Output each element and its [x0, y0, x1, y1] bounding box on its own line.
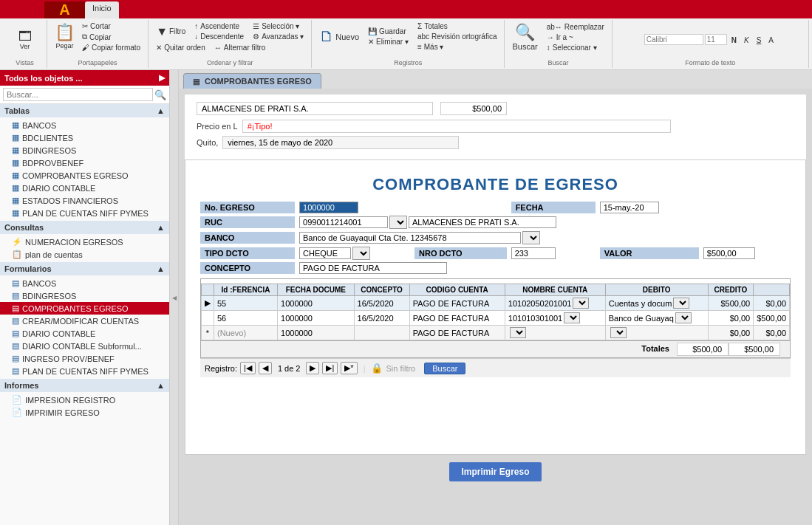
- nav-item-form-comprobantesegreso[interactable]: ▤COMPROBANTES EGRESO: [0, 302, 169, 315]
- nav-item-bdingresos[interactable]: ▦BDINGRESOS: [0, 144, 169, 157]
- tab-inicio[interactable]: Inicio: [85, 1, 119, 18]
- nombre-select-1[interactable]: [673, 298, 689, 309]
- codigo-select-2[interactable]: [564, 312, 580, 323]
- nav-next-button[interactable]: ▶: [306, 362, 319, 374]
- nav-item-form-crearmodificar[interactable]: ▤CREAR/MODIFICAR CUENTAS: [0, 315, 169, 327]
- font-name-input[interactable]: [644, 34, 703, 45]
- italic-button[interactable]: K: [741, 35, 752, 45]
- no-egreso-label: No. EGRESO: [200, 202, 295, 213]
- replace-icon: ab↔: [547, 23, 562, 31]
- group-buscar-label: Buscar: [548, 59, 569, 66]
- company-name-input[interactable]: [197, 102, 433, 115]
- group-formato-label: Formato de texto: [685, 59, 735, 66]
- nav-item-bdprovbenef[interactable]: ▦BDPROVBENEF: [0, 157, 169, 169]
- nav-item-form-ingresoprov[interactable]: ▤INGRESO PROV/BENEF: [0, 352, 169, 365]
- valor-input[interactable]: [703, 247, 755, 259]
- section-formularios-header[interactable]: Formularios ▲: [0, 262, 169, 275]
- alternfiltro-button[interactable]: ↔Alternar filtro: [211, 43, 269, 52]
- font-size-input[interactable]: [705, 34, 727, 45]
- nro-dcto-input[interactable]: [511, 247, 556, 259]
- nav-item-plancuentas[interactable]: ▦PLAN DE CUENTAS NIFF PYMES: [0, 207, 169, 219]
- nav-search-input[interactable]: [3, 88, 153, 101]
- descendente-button[interactable]: ↓Descendente: [191, 32, 247, 41]
- ver-button[interactable]: 🗔 Ver: [13, 28, 37, 52]
- nombre-select-2[interactable]: [675, 312, 692, 323]
- avanzadas-button[interactable]: ⚙Avanzadas ▾: [250, 32, 307, 41]
- nav-prev-button[interactable]: ◀: [259, 362, 272, 374]
- cell-debito: $500,00: [708, 296, 754, 311]
- nav-item-form-diariosubform[interactable]: ▤DIARIO CONTABLE Subformul...: [0, 340, 169, 352]
- nav-item-impresionregistro[interactable]: 📄IMPRESION REGISTRO: [0, 394, 169, 406]
- cortar-button[interactable]: ✂Cortar: [79, 21, 143, 31]
- copiarformato-button[interactable]: 🖌Copiar formato: [79, 43, 143, 52]
- access-logo[interactable]: A: [44, 1, 85, 18]
- eliminar-button[interactable]: ✕Eliminar ▾: [365, 37, 412, 47]
- section-informes-header[interactable]: Informes ▲: [0, 379, 169, 392]
- quitarorden-button[interactable]: ✕Quitar orden: [153, 43, 208, 52]
- nav-item-comprobantesegreso[interactable]: ▦COMPROBANTES EGRESO: [0, 169, 169, 182]
- scissors-icon: ✂: [82, 22, 88, 30]
- nav-item-form-bdingresos[interactable]: ▤BDINGRESOS: [0, 289, 169, 302]
- underline-button[interactable]: S: [754, 35, 765, 45]
- nav-resize-handle[interactable]: ◀: [170, 70, 179, 525]
- totales-button[interactable]: ΣTotales: [414, 21, 500, 31]
- pegar-button[interactable]: 📋 Pegar: [52, 21, 78, 51]
- nav-item-form-bancos[interactable]: ▤BANCOS: [0, 277, 169, 289]
- nombre-select-new[interactable]: [610, 327, 627, 338]
- tipo-dcto-input[interactable]: [299, 247, 351, 259]
- fontcolor-button[interactable]: A: [765, 35, 777, 45]
- seleccionar-button[interactable]: ↕Seleccionar ▾: [544, 43, 607, 52]
- seleccion-button[interactable]: ☰Selección ▾: [250, 21, 307, 31]
- fecha-input[interactable]: [600, 202, 659, 213]
- bold-button[interactable]: N: [729, 35, 740, 45]
- guardar-button[interactable]: 💾Guardar: [365, 27, 412, 36]
- tab-comprobantes-egreso[interactable]: ▤ COMPROBANTES EGRESO: [183, 73, 321, 89]
- nuevo-button[interactable]: 🗋 Nuevo: [316, 21, 362, 52]
- precio-input[interactable]: [242, 120, 671, 133]
- table-row[interactable]: ▶ 55 1000000 16/5/2020 PAGO DE FACTURA 1…: [202, 296, 790, 311]
- buscar-button[interactable]: 🔍 Buscar: [509, 21, 540, 52]
- nav-last-button[interactable]: ▶|: [322, 362, 338, 374]
- mas-button[interactable]: ≡Más ▾: [414, 42, 500, 52]
- nav-item-imprimiregreso[interactable]: 📄IMPRIMIR EGRESO: [0, 406, 169, 419]
- table-row-new[interactable]: * (Nuevo) 1000000 PAGO DE FACTURA: [202, 326, 790, 340]
- date-input[interactable]: [222, 136, 459, 149]
- nav-item-diariocontable[interactable]: ▦DIARIO CONTABLE: [0, 182, 169, 194]
- table-row[interactable]: 56 1000000 16/5/2020 PAGO DE FACTURA 101…: [202, 311, 790, 326]
- ira-button[interactable]: →Ir a ~: [544, 32, 607, 42]
- codigo-select-new[interactable]: [510, 327, 526, 338]
- ascendente-button[interactable]: ↑Ascendente: [191, 21, 247, 31]
- nav-expand-icon[interactable]: ▶: [159, 73, 165, 83]
- tipo-dcto-select[interactable]: [352, 247, 370, 260]
- concepto-input[interactable]: [299, 262, 447, 274]
- revision-button[interactable]: abcRevisión ortográfica: [414, 32, 500, 41]
- nav-search-button[interactable]: Buscar: [424, 363, 465, 374]
- ruc-name-input[interactable]: [409, 216, 556, 228]
- ruc-select[interactable]: [389, 216, 407, 229]
- copiar-button[interactable]: ⧉Copiar: [79, 32, 143, 42]
- reemplazar-button[interactable]: ab↔Reemplazar: [544, 22, 607, 32]
- banco-input[interactable]: [299, 232, 521, 244]
- nav-item-numeracion[interactable]: ⚡NUMERACION EGRESOS: [0, 236, 169, 248]
- print-egreso-button[interactable]: Imprimir Egreso: [449, 462, 541, 481]
- section-consultas-header[interactable]: Consultas ▲: [0, 221, 169, 234]
- codigo-select-1[interactable]: [573, 298, 589, 309]
- nav-item-form-diariocontable[interactable]: ▤DIARIO CONTABLE: [0, 327, 169, 340]
- filtro-button[interactable]: ▼ Filtro: [153, 21, 188, 41]
- nav-item-plancuentasq[interactable]: 📋plan de cuentas: [0, 248, 169, 261]
- amount-header-input[interactable]: [440, 102, 507, 115]
- group-filtro: ▼ Filtro ↑Ascendente ↓Descendente ☰Selec…: [149, 20, 312, 68]
- nav-item-bdclientes[interactable]: ▦BDCLIENTES: [0, 131, 169, 144]
- cell-fecha: 16/5/2020: [354, 311, 409, 326]
- nav-first-button[interactable]: |◀: [240, 362, 256, 374]
- no-egreso-input[interactable]: [299, 202, 358, 213]
- nav-item-bancos[interactable]: ▦BANCOS: [0, 119, 169, 131]
- nav-new-button[interactable]: ▶*: [341, 362, 357, 374]
- nav-item-estadosfinancieros[interactable]: ▦ESTADOS FINANCIEROS: [0, 194, 169, 207]
- nav-item-form-plancuentas[interactable]: ▤PLAN DE CUENTAS NIFF PYMES: [0, 365, 169, 377]
- tipo-dcto-label: TIPO DCTO: [200, 247, 295, 259]
- section-tablas-header[interactable]: Tablas ▲: [0, 104, 169, 117]
- cell-ferencia: 1000000: [278, 311, 354, 326]
- ruc-input[interactable]: [299, 216, 388, 228]
- banco-select[interactable]: [522, 231, 540, 244]
